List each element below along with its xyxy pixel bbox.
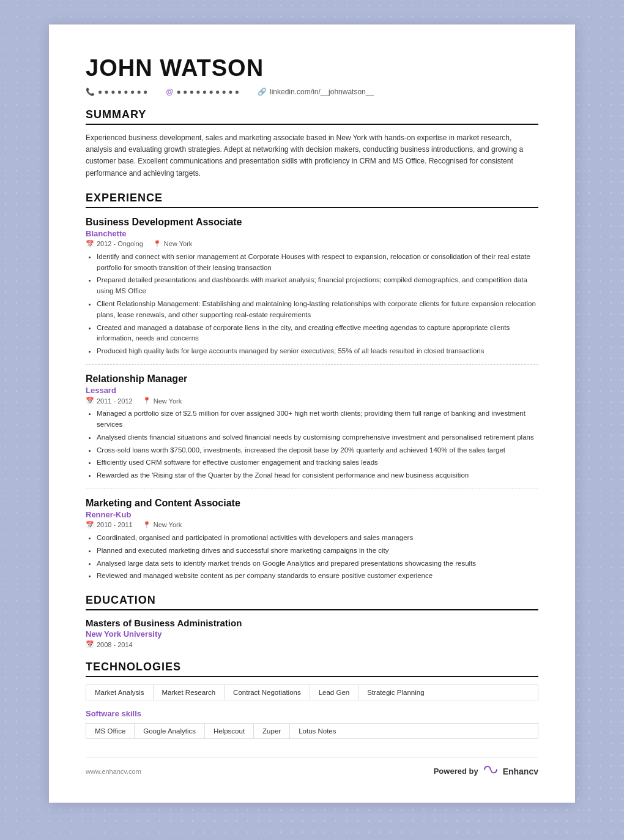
linkedin-item[interactable]: 🔗 linkedin.com/in/__johnwatson__ — [258, 88, 374, 96]
bullet-item: Reviewed and managed website content as … — [97, 571, 538, 582]
contact-row: 📞 ● ● ● ● ● ● ● ● @ ● ● ● ● ● ● ● ● ● ● … — [86, 88, 538, 96]
job-location-2: 📍 New York — [143, 521, 182, 529]
tech-tag-1: Market Research — [154, 685, 225, 700]
email-item: @ ● ● ● ● ● ● ● ● ● ● — [166, 88, 239, 96]
bullet-item: Coordinated, organised and participated … — [97, 533, 538, 544]
calendar-icon: 📅 — [86, 640, 94, 648]
software-tag-2: Helpscout — [205, 724, 254, 738]
calendar-icon: 📅 — [86, 521, 94, 529]
bullet-item: Client Relationship Management: Establis… — [97, 299, 538, 321]
tech-tag-3: Lead Gen — [310, 685, 359, 700]
bullet-item: Cross-sold loans worth $750,000, investm… — [97, 445, 538, 456]
job-meta-1: 📅 2011 - 2012 📍 New York — [86, 397, 538, 405]
job-bullets-2: Coordinated, organised and participated … — [86, 533, 538, 582]
enhancv-icon — [482, 764, 499, 778]
enhancv-logo: Powered by Enhancv — [434, 764, 538, 778]
tech-tag-2: Contract Negotiations — [225, 685, 310, 700]
tech-title: TECHNOLOGIES — [86, 661, 538, 677]
bullet-item: Produced high quality lads for large acc… — [97, 346, 538, 357]
bullet-item: Rewarded as the 'Rising star of the Quar… — [97, 470, 538, 481]
tech-tag-4: Strategic Planning — [358, 685, 433, 700]
bullet-item: Analysed large data sets to identify mar… — [97, 558, 538, 569]
company-0: Blanchette — [86, 229, 538, 238]
bullet-item: Efficiently used CRM software for effect… — [97, 457, 538, 468]
tech-tags-grid: Market Analysis Market Research Contract… — [86, 684, 538, 700]
job-0: Business Development Associate Blanchett… — [86, 217, 538, 357]
job-title-1: Relationship Manager — [86, 373, 538, 384]
calendar-icon: 📅 — [86, 397, 94, 405]
edu-years: 📅 2008 - 2014 — [86, 640, 538, 648]
job-title-0: Business Development Associate — [86, 217, 538, 228]
software-tag-1: Google Analytics — [135, 724, 205, 738]
phone-icon: 📞 — [86, 88, 95, 96]
bullet-item: Created and managed a database of corpor… — [97, 323, 538, 345]
education-title: EDUCATION — [86, 594, 538, 610]
job-bullets-1: Managed a portfolio size of $2.5 million… — [86, 408, 538, 481]
bullet-item: Managed a portfolio size of $2.5 million… — [97, 408, 538, 430]
calendar-icon: 📅 — [86, 240, 94, 248]
exp-divider — [86, 364, 538, 365]
email-icon: @ — [166, 88, 173, 96]
technologies-section: TECHNOLOGIES Market Analysis Market Rese… — [86, 661, 538, 739]
company-1: Lessard — [86, 386, 538, 395]
footer: www.enhancv.com Powered by Enhancv — [86, 757, 538, 778]
phone-number: ● ● ● ● ● ● ● ● — [98, 88, 147, 96]
resume-header: JOHN WATSON 📞 ● ● ● ● ● ● ● ● @ ● ● ● ● … — [86, 55, 538, 96]
brand-name: Enhancv — [503, 767, 538, 776]
edu-degree: Masters of Business Administration — [86, 618, 538, 628]
bullet-item: Analysed clients financial situations an… — [97, 432, 538, 443]
software-subtitle: Software skills — [86, 709, 538, 718]
job-location-0: 📍 New York — [153, 240, 192, 248]
education-section: EDUCATION Masters of Business Administra… — [86, 594, 538, 648]
location-icon: 📍 — [143, 521, 151, 529]
experience-section: EXPERIENCE Business Development Associat… — [86, 192, 538, 582]
email-address: ● ● ● ● ● ● ● ● ● ● — [177, 88, 240, 96]
job-meta-0: 📅 2012 - Ongoing 📍 New York — [86, 240, 538, 248]
resume-paper: JOHN WATSON 📞 ● ● ● ● ● ● ● ● @ ● ● ● ● … — [49, 24, 575, 803]
job-period-1: 📅 2011 - 2012 — [86, 397, 133, 405]
software-tags-grid: MS Office Google Analytics Helpscout Zup… — [86, 723, 538, 739]
job-2: Marketing and Content Associate Renner-K… — [86, 498, 538, 582]
bullet-item: Prepared detailed presentations and dash… — [97, 275, 538, 297]
location-icon: 📍 — [143, 397, 151, 405]
summary-section: SUMMARY Experienced business development… — [86, 108, 538, 179]
software-tag-3: Zuper — [254, 724, 290, 738]
location-icon: 📍 — [153, 240, 162, 248]
tech-tag-0: Market Analysis — [86, 685, 154, 700]
exp-divider — [86, 489, 538, 489]
powered-by-label: Powered by — [434, 767, 478, 776]
company-2: Renner-Kub — [86, 510, 538, 519]
job-title-2: Marketing and Content Associate — [86, 498, 538, 509]
job-meta-2: 📅 2010 - 2011 📍 New York — [86, 521, 538, 529]
footer-url: www.enhancv.com — [86, 768, 141, 775]
candidate-name: JOHN WATSON — [86, 55, 538, 81]
edu-school: New York University — [86, 629, 538, 639]
bullet-item: Identify and connect with senior managem… — [97, 252, 538, 274]
bullet-item: Planned and executed marketing drives an… — [97, 546, 538, 557]
job-1: Relationship Manager Lessard 📅 2011 - 20… — [86, 373, 538, 481]
summary-title: SUMMARY — [86, 108, 538, 125]
software-tag-0: MS Office — [86, 724, 135, 738]
job-location-1: 📍 New York — [143, 397, 182, 405]
experience-title: EXPERIENCE — [86, 192, 538, 208]
phone-item: 📞 ● ● ● ● ● ● ● ● — [86, 88, 147, 96]
linkedin-icon: 🔗 — [258, 88, 267, 96]
job-period-0: 📅 2012 - Ongoing — [86, 240, 143, 248]
linkedin-url: linkedin.com/in/__johnwatson__ — [270, 88, 374, 96]
summary-text: Experienced business development, sales … — [86, 132, 538, 179]
software-tag-4: Lotus Notes — [290, 724, 344, 738]
job-bullets-0: Identify and connect with senior managem… — [86, 252, 538, 357]
job-period-2: 📅 2010 - 2011 — [86, 521, 133, 529]
